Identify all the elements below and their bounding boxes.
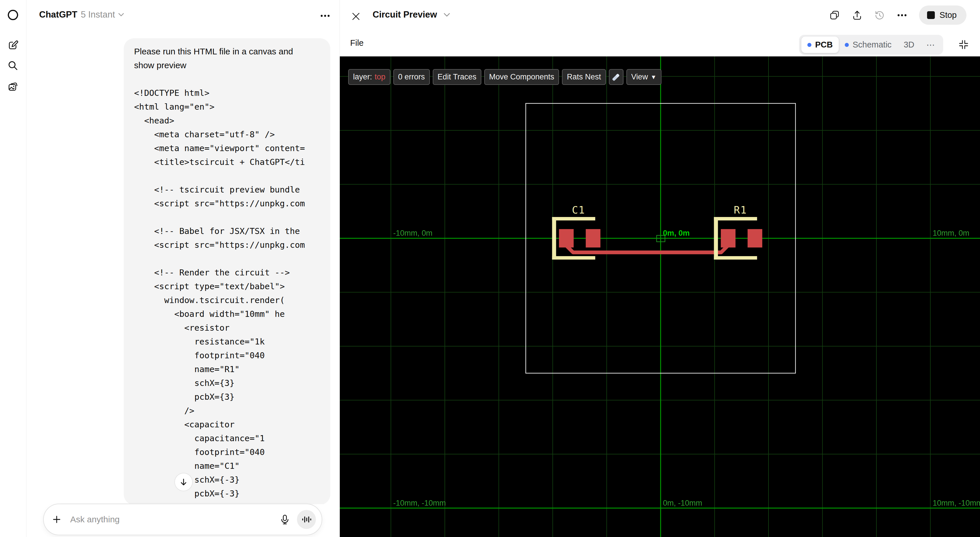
canvas-header: Circuit Preview <box>340 0 980 30</box>
tab-dot-icon <box>807 43 811 47</box>
composer-placeholder[interactable]: Ask anything <box>70 515 278 524</box>
pencil-icon <box>611 72 621 82</box>
sidebar-rail <box>0 0 27 537</box>
code-line: /> <box>134 404 320 417</box>
toolbar-label: 0 errors <box>398 73 425 81</box>
library-button[interactable] <box>6 80 19 93</box>
attach-plus-icon[interactable] <box>51 514 62 525</box>
silkscreen-left <box>552 217 556 260</box>
more-options-button[interactable] <box>897 10 907 21</box>
ellipsis-icon <box>320 14 330 18</box>
library-images-icon <box>8 81 18 92</box>
tab-pcb[interactable]: PCB <box>801 37 839 53</box>
tab-schematic[interactable]: Schematic <box>839 37 897 53</box>
tab-3d[interactable]: 3D <box>898 37 920 53</box>
stop-label: Stop <box>939 10 957 20</box>
code-line: <html lang="en"> <box>134 100 320 114</box>
code-line: schX={3} <box>134 376 320 390</box>
pad-left <box>559 229 574 247</box>
tab-⋯[interactable]: ⋯ <box>920 37 941 53</box>
silkscreen-top <box>552 217 595 220</box>
silkscreen-left <box>714 217 718 260</box>
close-icon <box>351 12 361 21</box>
canvas-subheader: File PCBSchematic3D⋯ <box>340 30 980 56</box>
search-button[interactable] <box>6 59 19 72</box>
model-name: 5 Instant <box>81 10 124 20</box>
code-line: <resistor <box>134 321 320 335</box>
tab-label: 3D <box>904 40 915 49</box>
pcb-canvas[interactable]: C1R1-10mm, 0m0m, 0m10mm, 0m-10mm, -10mm0… <box>340 56 980 537</box>
chevron-down-icon <box>443 13 450 17</box>
collapse-panel-button[interactable] <box>957 38 970 51</box>
code-line: <meta name="viewport" content= <box>134 141 320 155</box>
message-line: show preview <box>134 59 320 72</box>
chat-options-button[interactable] <box>317 9 333 23</box>
search-icon <box>8 60 18 71</box>
code-line: name="R1" <box>134 362 320 376</box>
copy-button[interactable] <box>829 10 840 21</box>
silkscreen-top <box>714 217 757 220</box>
rats-nest-button[interactable]: Rats Nest <box>562 69 606 85</box>
0-errors-button[interactable]: 0 errors <box>393 69 430 85</box>
coord-label: 10mm, 0m <box>933 229 970 237</box>
new-chat-button[interactable] <box>6 38 19 51</box>
voice-waveform-icon <box>301 514 312 524</box>
chat-panel: ChatGPT 5 Instant Please run this HTML f… <box>27 0 339 537</box>
move-components-button[interactable]: Move Components <box>484 69 559 85</box>
dictate-button[interactable] <box>278 513 292 526</box>
share-upload-icon <box>852 10 862 21</box>
code-line: <!-- tscircuit preview bundle <box>134 183 320 196</box>
code-line: <script src="https://unpkg.com <box>134 238 320 252</box>
toolbar-label: Move Components <box>489 73 554 81</box>
user-message-code: <!DOCTYPE html><html lang="en"> <head> <… <box>134 86 320 505</box>
code-line: resistance="1k <box>134 335 320 349</box>
microphone-icon <box>279 514 290 525</box>
code-line: pcbX={-3} <box>134 487 320 500</box>
canvas-panel: Circuit Preview <box>339 0 980 537</box>
model-switcher[interactable]: ChatGPT 5 Instant <box>39 10 124 20</box>
message-line: Please run this HTML file in a canvas an… <box>134 45 320 59</box>
tab-label: ⋯ <box>926 40 935 50</box>
user-message-bubble: Please run this HTML file in a canvas an… <box>124 38 330 505</box>
user-message-text: Please run this HTML file in a canvas an… <box>134 45 320 72</box>
code-line: <script src="https://unpkg.com <box>134 196 320 210</box>
composer-area: Ask anything <box>27 504 339 537</box>
copy-icon <box>829 10 840 21</box>
silkscreen-bottom <box>714 256 757 260</box>
toolbar-label: Rats Nest <box>567 73 601 81</box>
view-tabs: PCBSchematic3D⋯ <box>799 35 943 55</box>
trace-pencil-button[interactable] <box>609 69 624 85</box>
scroll-to-bottom-button[interactable] <box>174 473 193 491</box>
view-menu-button[interactable]: View▼ <box>626 69 662 85</box>
app-title: ChatGPT <box>39 10 77 20</box>
code-line: <!DOCTYPE html> <box>134 86 320 100</box>
code-line: capacitance="1 <box>134 431 320 445</box>
file-menu[interactable]: File <box>350 38 364 48</box>
layer-selector-button[interactable]: layer:top <box>348 69 390 85</box>
stop-button[interactable]: Stop <box>919 5 966 25</box>
message-input[interactable]: Ask anything <box>43 504 322 535</box>
code-line: window.tscircuit.render( <box>134 293 320 307</box>
tab-dot-icon <box>845 43 849 47</box>
share-button[interactable] <box>852 10 862 21</box>
component-label: R1 <box>734 204 747 216</box>
voice-mode-button[interactable] <box>297 510 316 529</box>
code-line: <meta charset="utf-8" /> <box>134 127 320 141</box>
coord-label: 0m, -10mm <box>663 499 702 507</box>
code-line <box>134 252 320 266</box>
pcb-view[interactable]: C1R1-10mm, 0m0m, 0m10mm, 0m-10mm, -10mm0… <box>340 56 980 537</box>
code-line: <capacitor <box>134 417 320 431</box>
chevron-down-icon <box>118 13 124 17</box>
code-line: <title>tscircuit + ChatGPT</ti <box>134 155 320 169</box>
edit-traces-button[interactable]: Edit Traces <box>433 69 481 85</box>
coord-label: 10mm, -10mm <box>933 499 980 507</box>
history-button[interactable] <box>874 10 885 21</box>
tab-label: PCB <box>815 40 833 49</box>
code-line: pcbX={3} <box>134 390 320 404</box>
canvas-title-dropdown[interactable]: Circuit Preview <box>372 10 450 20</box>
code-line: footprint="040 <box>134 349 320 362</box>
code-line: <!-- Render the circuit --> <box>134 266 320 279</box>
collapse-icon <box>958 40 969 50</box>
code-line: <head> <box>134 114 320 127</box>
close-canvas-button[interactable] <box>350 11 362 22</box>
